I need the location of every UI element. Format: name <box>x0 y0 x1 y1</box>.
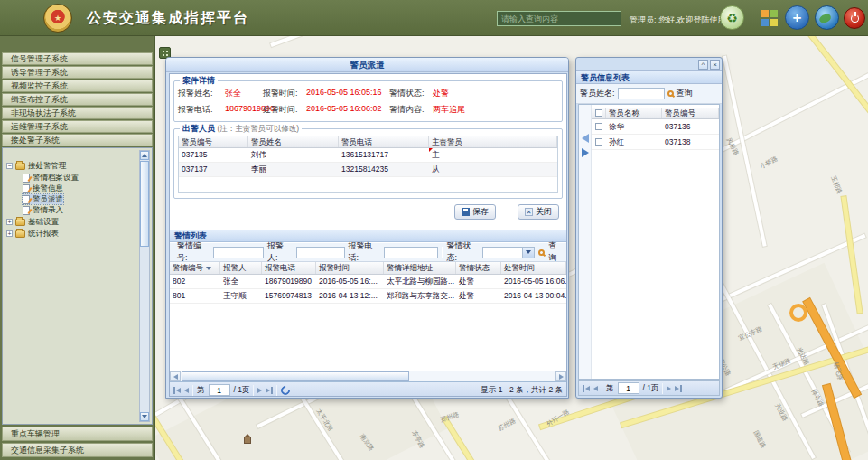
alert-filter-toolbar: 警情编号: 报警人: 报警电话: 警情状态: 查询 <box>170 243 566 262</box>
tree-collapse-icon[interactable]: − <box>6 163 13 169</box>
sidebar-item-dispatch-system[interactable]: 接处警子系统 <box>2 134 153 146</box>
col-header-sorted[interactable]: 警情编号 <box>170 262 220 274</box>
tree-node-dispatch-mgmt[interactable]: − 接处警管理 <box>6 161 67 171</box>
tree-node-alert-archive[interactable]: 警情档案设置 <box>23 173 79 183</box>
col-header[interactable]: 警情详细地址 <box>384 262 456 274</box>
tree-node-alert-entry[interactable]: 警情录入 <box>23 205 63 215</box>
sidebar-item-guidance[interactable]: 诱导管理子系统 <box>2 66 153 79</box>
transfer-left-arrow[interactable] <box>582 134 589 143</box>
scroll-left-button[interactable] <box>170 371 181 381</box>
scroll-down-button[interactable] <box>140 412 149 421</box>
page-number-input[interactable] <box>209 384 230 396</box>
officer-table-header[interactable]: 警员名称 警员编号 <box>592 108 719 119</box>
col-header[interactable]: 警员编号 <box>662 108 719 118</box>
sidebar-item-video[interactable]: 视频监控子系统 <box>2 80 153 92</box>
header-checkbox-cell[interactable] <box>592 108 606 118</box>
scroll-thumb[interactable] <box>182 371 409 381</box>
row-checkbox[interactable] <box>595 138 602 146</box>
col-header[interactable]: 报警电话 <box>262 262 316 274</box>
select-all-checkbox[interactable] <box>595 109 602 117</box>
alert-table-header[interactable]: 警情编号 报警人 报警电话 报警时间 警情详细地址 警情状态 处警时间 <box>170 262 566 275</box>
prev-page-button[interactable] <box>184 388 189 393</box>
phone-input[interactable] <box>384 247 438 258</box>
search-magnifier-icon[interactable] <box>667 90 674 97</box>
global-search-input[interactable] <box>497 11 621 26</box>
col-header[interactable]: 处警时间 <box>501 262 566 274</box>
right-arrow-icon <box>266 388 270 393</box>
close-button[interactable]: × 关闭 <box>518 204 559 220</box>
table-row[interactable]: 037137 李丽 13215814235 从 <box>179 163 557 177</box>
page-number-input[interactable] <box>618 382 639 394</box>
dispatch-table-header[interactable]: 警员编号 警员姓名 警员电话 主责警员 <box>179 136 557 148</box>
officer-row[interactable]: 徐华 037136 <box>592 119 719 135</box>
officer-name-input[interactable] <box>618 88 665 99</box>
next-page-button[interactable] <box>667 386 671 391</box>
col-header[interactable]: 主责警员 <box>429 136 557 147</box>
officer-row[interactable]: 孙红 037138 <box>592 135 719 150</box>
prev-page-button[interactable] <box>593 386 598 391</box>
tree-expand-icon[interactable]: + <box>6 219 13 225</box>
col-header[interactable]: 警员姓名 <box>248 136 339 147</box>
page-prefix: 第 <box>606 383 614 394</box>
apps-grid-icon[interactable] <box>757 5 781 30</box>
col-header[interactable]: 报警人 <box>220 262 262 274</box>
dialog-titlebar[interactable]: 警员派遣 <box>166 58 568 72</box>
table-row[interactable]: 037135 刘伟 13615131717 主 <box>179 148 557 163</box>
cell: 刘伟 <box>248 148 339 162</box>
checkbox-cell[interactable] <box>592 119 606 134</box>
globe-icon[interactable] <box>815 5 839 30</box>
search-magnifier-icon[interactable] <box>538 249 545 256</box>
sidebar-item-traffic-collection[interactable]: 交通信息采集子系统 <box>2 443 153 457</box>
panel-collapse-button[interactable]: ^ <box>698 60 708 70</box>
scroll-right-button[interactable] <box>555 371 566 381</box>
table-row[interactable]: 801 王守顺 15769974813 2016-04-13 12:... 郑和… <box>170 289 566 304</box>
sidebar-item-investigation[interactable]: 缉查布控子系统 <box>2 93 153 106</box>
scroll-thumb[interactable] <box>140 161 149 247</box>
sidebar-item-signal[interactable]: 信号管理子系统 <box>2 52 153 65</box>
row-checkbox[interactable] <box>595 123 602 130</box>
tree-node-basic-settings[interactable]: + 基础设置 <box>6 217 59 227</box>
table-row[interactable]: 802 张全 18679019890 2016-05-05 16:... 太平北… <box>170 275 566 289</box>
refresh-icon[interactable] <box>279 383 292 396</box>
cell-primary-officer[interactable]: 从 <box>429 163 557 176</box>
tree-node-statistics[interactable]: + 统计报表 <box>6 229 59 239</box>
transfer-right-arrow[interactable] <box>582 148 589 157</box>
cell: 张全 <box>220 275 262 288</box>
reporter-input[interactable] <box>296 247 345 258</box>
tree-expand-icon[interactable]: + <box>6 230 13 237</box>
sidebar-item-offsite[interactable]: 非现场执法子系统 <box>2 107 153 119</box>
recycle-icon[interactable]: ♻ <box>720 5 744 30</box>
cell-primary-officer[interactable]: 主 <box>429 148 557 162</box>
add-plus-icon[interactable]: + <box>785 5 809 30</box>
col-header[interactable]: 警员电话 <box>339 136 429 147</box>
checkbox-cell[interactable] <box>592 135 606 149</box>
first-page-button[interactable] <box>173 387 181 394</box>
next-page-button[interactable] <box>257 388 262 393</box>
alert-search-button[interactable]: 查询 <box>548 240 564 264</box>
sidebar-item-key-vehicles[interactable]: 重点车辆管理 <box>2 427 153 441</box>
col-header[interactable]: 警员编号 <box>179 136 248 147</box>
last-page-button[interactable] <box>675 385 682 392</box>
officer-search-button[interactable]: 查询 <box>677 88 693 99</box>
tree-scrollbar[interactable] <box>139 150 150 422</box>
tree-node-officer-dispatch[interactable]: 警员派遣 <box>23 194 63 204</box>
power-logout-icon[interactable] <box>844 7 865 29</box>
filter-label: 报警电话: <box>349 240 381 264</box>
col-header[interactable]: 报警时间 <box>316 262 384 274</box>
scroll-up-button[interactable] <box>140 151 149 160</box>
panel-close-button[interactable]: × <box>710 60 720 70</box>
horizontal-scrollbar[interactable] <box>170 371 566 381</box>
select-trigger[interactable] <box>522 248 534 258</box>
sidebar-item-operations[interactable]: 运维管理子系统 <box>2 120 153 133</box>
tree-node-label: 警情录入 <box>33 205 63 216</box>
save-button[interactable]: 保存 <box>454 204 496 220</box>
alert-id-input[interactable] <box>213 247 264 258</box>
first-page-button[interactable] <box>583 385 590 392</box>
record-count-summary: 显示 1 - 2 条，共计 2 条 <box>481 385 563 396</box>
alert-status-select[interactable] <box>482 247 535 258</box>
col-header[interactable]: 警员名称 <box>606 108 662 118</box>
tree-node-alert-info[interactable]: 接警信息 <box>23 183 63 193</box>
col-header[interactable]: 警情状态 <box>456 262 501 274</box>
last-page-button[interactable] <box>266 387 273 394</box>
officer-search-row: 警员姓名: 查询 <box>576 84 722 104</box>
